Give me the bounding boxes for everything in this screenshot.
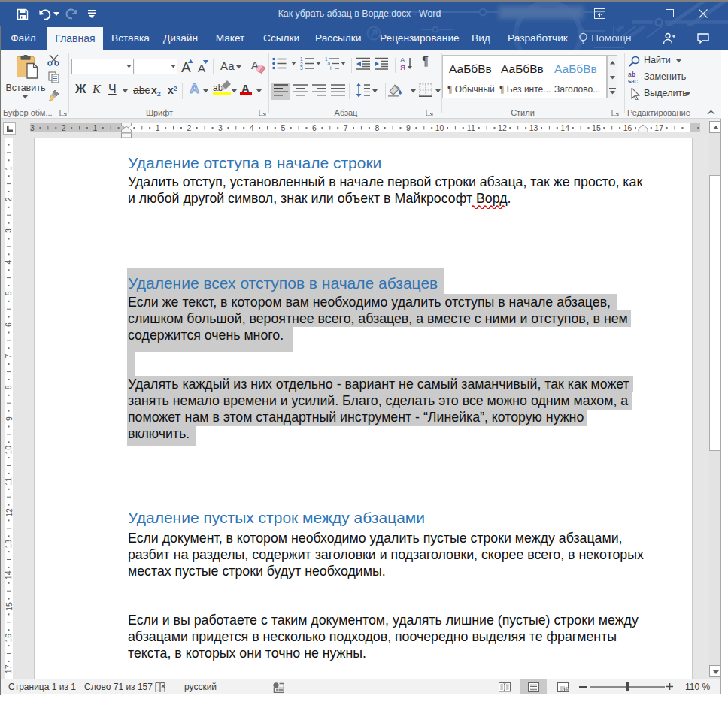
svg-text:8: 8	[5, 385, 14, 389]
svg-text:10: 10	[5, 446, 14, 455]
svg-text:2: 2	[62, 123, 66, 132]
svg-text:14: 14	[5, 570, 14, 579]
svg-text:2: 2	[187, 123, 191, 132]
svg-text:7: 7	[344, 123, 348, 132]
svg-text:16: 16	[5, 634, 14, 643]
svg-text:12: 12	[5, 508, 14, 517]
svg-text:4: 4	[5, 260, 14, 265]
svg-text:11: 11	[467, 123, 475, 132]
svg-text:8: 8	[375, 123, 379, 132]
svg-text:12: 12	[498, 123, 507, 132]
svg-text:3: 3	[5, 228, 14, 233]
svg-text:5: 5	[281, 123, 285, 132]
svg-text:6: 6	[5, 322, 14, 327]
svg-text:10: 10	[435, 123, 444, 132]
svg-text:3: 3	[218, 123, 223, 132]
svg-text:9: 9	[406, 123, 411, 132]
svg-text:5: 5	[5, 291, 14, 295]
svg-text:9: 9	[5, 416, 14, 421]
svg-text:Я: Я	[400, 63, 405, 71]
svg-text:6: 6	[312, 123, 317, 132]
svg-text:14: 14	[560, 123, 569, 132]
svg-text:17: 17	[654, 123, 663, 132]
svg-text:11: 11	[5, 477, 14, 486]
svg-text:17: 17	[5, 664, 14, 673]
svg-text:2: 2	[5, 197, 14, 201]
svg-text:3: 3	[300, 65, 303, 70]
svg-text:1: 1	[156, 123, 160, 132]
svg-text:15: 15	[592, 123, 601, 132]
svg-text:1: 1	[5, 166, 14, 171]
svg-text:ac: ac	[631, 77, 639, 84]
svg-text:3: 3	[30, 123, 35, 132]
svg-text:13: 13	[5, 540, 14, 549]
svg-text:16: 16	[623, 123, 632, 132]
svg-text:7: 7	[5, 354, 14, 359]
svg-text:15: 15	[5, 602, 14, 611]
svg-text:4: 4	[250, 123, 254, 132]
svg-text:i: i	[330, 65, 331, 70]
svg-text:1: 1	[93, 123, 97, 132]
svg-text:13: 13	[529, 123, 538, 132]
